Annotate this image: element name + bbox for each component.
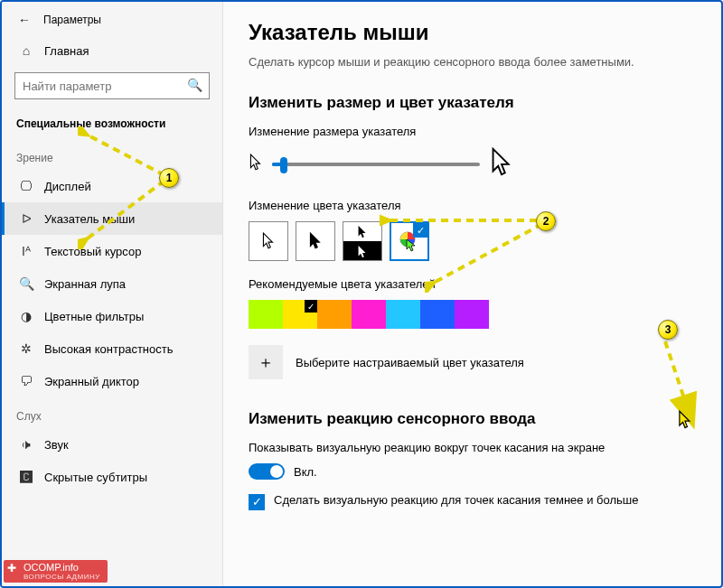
touch-desc: Показывать визуальную реакцию вокруг точ… (249, 441, 610, 454)
size-section-heading: Изменить размер и цвет указателя (249, 94, 696, 112)
sidebar-item-label: Скрытые субтитры (44, 471, 147, 484)
touch-feedback-toggle[interactable] (249, 463, 285, 480)
add-custom-color-button[interactable]: ＋ (249, 345, 283, 379)
sidebar-item-high-contrast[interactable]: ✲ Высокая контрастность (2, 332, 222, 365)
custom-color-row: ＋ Выберите настраиваемый цвет указателя (249, 345, 696, 379)
pointer-icon: ᐅ (19, 211, 33, 226)
annotation-arrow-2b (425, 220, 551, 293)
recommended-color-swatch[interactable] (317, 300, 352, 329)
content-pane: Указатель мыши Сделать курсор мыши и реа… (223, 2, 721, 586)
watermark-sub: ВОПРОСЫ АДМИНУ (23, 573, 100, 581)
cursor-large-icon (489, 147, 514, 181)
sidebar-item-label: Экранный диктор (44, 375, 139, 388)
darker-feedback-label: Сделать визуальную реакцию для точек кас… (274, 492, 638, 509)
watermark-text: OCOMP.info (23, 562, 79, 573)
recommended-colors: ✓ (249, 300, 696, 329)
annotation-badge-3: 3 (658, 320, 678, 340)
watermark: OCOMP.info ВОПРОСЫ АДМИНУ (4, 560, 108, 583)
annotation-badge-1: 1 (159, 168, 179, 188)
home-icon: ⌂ (19, 43, 33, 58)
add-custom-color-label: Выберите настраиваемый цвет указателя (296, 356, 524, 369)
search-icon: 🔍 (187, 78, 202, 92)
darker-feedback-row: ✓ Сделать визуальную реакцию для точек к… (249, 492, 646, 510)
sidebar-item-label: Экранная лупа (44, 277, 126, 291)
check-icon: ✓ (305, 300, 317, 313)
touch-feedback-toggle-row: Вкл. (249, 463, 696, 480)
recommended-color-swatch[interactable] (420, 300, 455, 329)
cursor-example-icon (678, 410, 692, 433)
settings-window: ← Параметры ⌂ Главная 🔍 Специальные возм… (0, 0, 723, 588)
sidebar: ← Параметры ⌂ Главная 🔍 Специальные возм… (2, 2, 223, 586)
magnifier-icon: 🔍 (19, 276, 33, 291)
search-input[interactable] (14, 72, 210, 99)
recommended-color-swatch[interactable] (386, 300, 420, 329)
contrast-icon: ✲ (19, 341, 33, 356)
pointer-size-control (249, 147, 696, 181)
sidebar-item-label: Цветные фильтры (44, 310, 144, 323)
text-cursor-icon: Iᴬ (19, 244, 33, 258)
sidebar-home[interactable]: ⌂ Главная (2, 34, 222, 67)
audio-icon: 🕩 (19, 437, 33, 452)
svg-line-1 (85, 134, 164, 175)
touch-section-heading: Изменить реакцию сенсорного ввода (249, 410, 696, 428)
pointer-size-slider[interactable] (272, 163, 480, 166)
back-icon[interactable]: ← (18, 13, 31, 27)
titlebar: ← Параметры (2, 5, 222, 34)
sidebar-item-captions[interactable]: 🅲 Скрытые субтитры (2, 461, 222, 493)
window-title: Параметры (43, 14, 101, 26)
cursor-small-icon (249, 154, 263, 174)
recommended-color-swatch[interactable]: ✓ (283, 300, 317, 329)
recommended-color-swatch[interactable] (249, 300, 283, 329)
pointer-color-white[interactable] (249, 221, 288, 261)
captions-icon: 🅲 (19, 470, 33, 484)
pointer-color-inverted[interactable] (343, 221, 382, 261)
recommended-color-swatch[interactable] (352, 300, 386, 329)
sidebar-item-audio[interactable]: 🕩 Звук (2, 428, 222, 461)
sidebar-item-narrator[interactable]: 🗩 Экранный диктор (2, 365, 222, 397)
home-label: Главная (44, 44, 89, 58)
page-title: Указатель мыши (249, 20, 696, 45)
page-subtitle: Сделать курсор мыши и реакцию сенсорного… (249, 54, 646, 70)
display-icon: 🖵 (19, 179, 33, 193)
darker-feedback-checkbox[interactable]: ✓ (249, 494, 265, 510)
search-box[interactable]: 🔍 (14, 72, 210, 99)
color-filter-icon: ◑ (19, 309, 33, 323)
svg-line-4 (432, 224, 542, 284)
sidebar-item-magnifier[interactable]: 🔍 Экранная лупа (2, 267, 222, 300)
sidebar-item-label: Звук (44, 438, 69, 452)
toggle-label: Вкл. (294, 465, 317, 479)
svg-line-2 (85, 181, 164, 240)
pointer-color-black[interactable] (296, 221, 335, 261)
annotation-arrow-1b (78, 177, 177, 249)
narrator-icon: 🗩 (19, 374, 33, 388)
slider-thumb[interactable] (280, 157, 287, 173)
sidebar-item-label: Высокая контрастность (44, 342, 174, 356)
size-label: Изменение размера указателя (249, 125, 696, 138)
recommended-color-swatch[interactable] (455, 300, 489, 329)
annotation-badge-2: 2 (536, 211, 556, 231)
group-hearing: Слух (2, 397, 222, 428)
sidebar-item-color-filters[interactable]: ◑ Цветные фильтры (2, 300, 222, 332)
